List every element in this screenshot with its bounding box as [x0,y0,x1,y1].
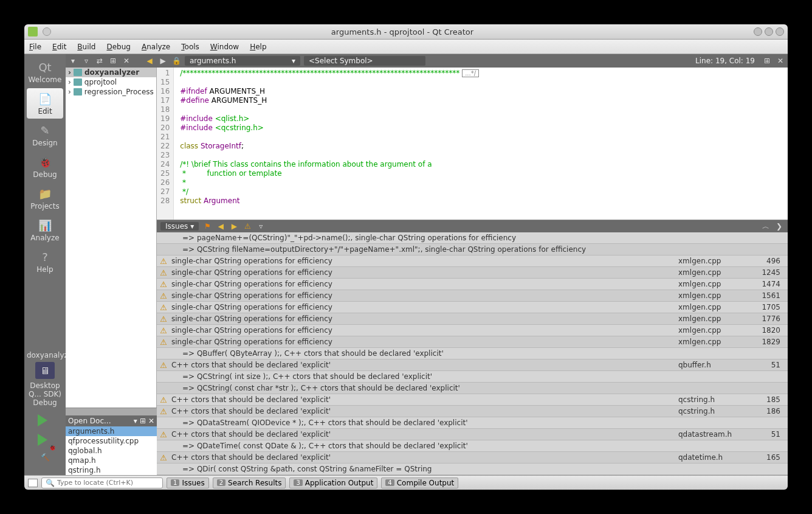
warning-icon: ⚠ [159,361,168,369]
code-editor[interactable]: 11516171819202122232425262728 /*********… [157,68,788,220]
chevron-down-icon[interactable]: ▾ [134,417,137,425]
close-panel-icon[interactable]: ✕ [122,56,131,66]
mode-edit[interactable]: 📄Edit [27,88,63,119]
line-col-indicator[interactable]: Line: 19, Col: 19 [695,57,759,65]
tree-item[interactable]: ›qprojtool [66,77,156,87]
close-panel-icon[interactable]: ✕ [148,417,154,425]
menu-tools[interactable]: Tools [181,43,199,51]
menu-debug[interactable]: Debug [106,43,130,51]
issue-row[interactable]: ⚠single-char QString operations for effi… [157,313,788,325]
open-doc-item[interactable]: arguments.h [66,426,157,436]
prev-issue-icon[interactable]: ◀ [216,221,225,231]
chevron-right-icon[interactable]: › [68,68,71,77]
issue-row[interactable]: ⚠single-char QString operations for effi… [157,267,788,279]
split-add-icon[interactable]: ⊞ [140,417,146,425]
open-doc-item[interactable]: qmap.h [66,456,157,465]
menu-analyze[interactable]: Analyze [142,43,170,51]
file-selector[interactable]: arguments.h▾ [185,56,300,66]
appmenu-icon[interactable] [43,27,51,36]
issue-row[interactable]: => QDir( const QString &path, const QStr… [157,464,788,475]
output-tab-search-results[interactable]: 2Search Results [213,478,286,488]
toggle-sidebar-icon[interactable] [28,479,38,487]
open-doc-item[interactable]: qglobal.h [66,446,157,456]
chevron-right-icon[interactable]: › [68,78,71,86]
open-doc-item[interactable]: qstring.h [66,465,157,475]
project-tree[interactable]: ›doxyanalyzer›qprojtool›regression_Proce… [66,68,157,408]
issue-row[interactable]: ⚠single-char QString operations for effi… [157,325,788,336]
titlebar[interactable]: arguments.h - qprojtool - Qt Creator [24,24,788,40]
minimize-icon[interactable] [754,27,762,36]
warning-icon: ⚠ [159,303,168,311]
issue-row[interactable]: => QBuffer( QByteArray );, C++ ctors tha… [157,348,788,359]
output-tab-application-output[interactable]: 3Application Output [289,478,377,488]
next-issue-icon[interactable]: ▶ [229,221,239,231]
chevron-right-icon[interactable]: › [68,88,71,96]
locator-input[interactable] [57,479,159,487]
split-editor-icon[interactable]: ⊞ [762,56,772,66]
issue-row[interactable]: => pageName+=(QCString)"_"+pd->name();, … [157,232,788,244]
mode-debug[interactable]: 🐞Debug [27,151,63,182]
line-gutter[interactable]: 11516171819202122232425262728 [157,68,174,220]
welcome-icon: Qt [38,60,52,74]
issue-row[interactable]: ⚠single-char QString operations for effi… [157,255,788,267]
link-icon[interactable]: ⇄ [95,56,105,66]
issue-row[interactable]: ⚠C++ ctors that should be declared 'expl… [157,429,788,440]
issue-row[interactable]: => QCString fileName=outputDirectory+"/"… [157,244,788,255]
tree-item[interactable]: ›regression_Process [66,87,156,97]
issue-row[interactable]: ⚠C++ ctors that should be declared 'expl… [157,452,788,464]
menu-build[interactable]: Build [77,43,95,51]
warning-icon: ⚠ [159,326,168,335]
open-doc-item[interactable]: qfprocessutility.cpp [66,436,157,446]
symbol-selector[interactable]: <Select Symbol> [304,56,425,66]
close-icon[interactable] [776,27,784,36]
menu-edit[interactable]: Edit [52,43,66,51]
mode-help[interactable]: ?Help [27,246,63,277]
run-debug-button[interactable] [38,434,52,448]
issue-row[interactable]: ⚠C++ ctors that should be declared 'expl… [157,359,788,371]
issue-row[interactable]: => QDateTime( const QDate & );, C++ ctor… [157,440,788,452]
issue-row[interactable]: ⚠single-char QString operations for effi… [157,302,788,313]
issues-dropdown[interactable]: Issues ▾ [160,222,199,231]
warning-icon: ⚠ [159,291,168,300]
mode-analyze[interactable]: 📊Analyze [27,215,63,245]
issue-row[interactable]: ⚠single-char QString operations for effi… [157,336,788,348]
issue-row[interactable]: ⚠C++ ctors that should be declared 'expl… [157,394,788,406]
filter-icon[interactable]: ▿ [81,56,91,66]
warning-icon: ⚠ [159,314,168,323]
mode-design[interactable]: ✎Design [27,120,63,150]
issue-row[interactable]: ⚠C++ ctors that should be declared 'expl… [157,406,788,417]
issue-row[interactable]: => QCString( int size );, C++ ctors that… [157,371,788,383]
issue-row[interactable]: ⚠single-char QString operations for effi… [157,290,788,302]
issue-row[interactable]: => QDataStream( QIODevice * );, C++ ctor… [157,417,788,429]
issue-row[interactable]: => QCString( const char *str );, C++ cto… [157,383,788,394]
mode-welcome[interactable]: QtWelcome [27,57,63,87]
chevron-down-icon[interactable]: ▾ [68,56,78,66]
tree-item[interactable]: ›doxyanalyzer [66,68,156,77]
collapse-icon[interactable]: ︿ [761,221,771,231]
maximize-icon[interactable] [765,27,773,36]
close-editor-icon[interactable]: ✕ [776,56,785,66]
menu-help[interactable]: Help [250,43,266,51]
menu-window[interactable]: Window [210,43,239,51]
warning-icon [159,465,168,473]
output-tab-issues[interactable]: 1Issues [167,478,209,488]
mode-projects[interactable]: 📁Projects [27,183,63,214]
build-button[interactable]: 🔨 [38,453,52,468]
filter-icon[interactable]: ▿ [256,221,266,231]
nav-forward-icon[interactable]: ▶ [158,56,168,66]
menu-file[interactable]: File [29,43,41,51]
warning-filter-icon[interactable]: ⚠ [243,221,252,231]
lock-icon[interactable]: 🔒 [171,56,181,66]
flag-icon[interactable]: ⚑ [202,221,212,231]
output-tab-compile-output[interactable]: 4Compile Output [381,478,458,488]
nav-back-icon[interactable]: ◀ [145,56,154,66]
scrollbar[interactable] [66,408,157,415]
open-documents-panel: Open Doc... ▾ ⊞ ✕ arguments.hqfprocessut… [66,408,157,475]
monitor-icon[interactable]: 🖥 [35,362,55,379]
expand-right-icon[interactable]: ❯ [774,221,784,231]
split-add-icon[interactable]: ⊞ [108,56,118,66]
run-button[interactable] [38,414,52,429]
issue-row[interactable]: ⚠single-char QString operations for effi… [157,279,788,290]
code-content[interactable]: /***************************************… [174,68,485,220]
locator[interactable]: 🔍 [41,478,163,488]
